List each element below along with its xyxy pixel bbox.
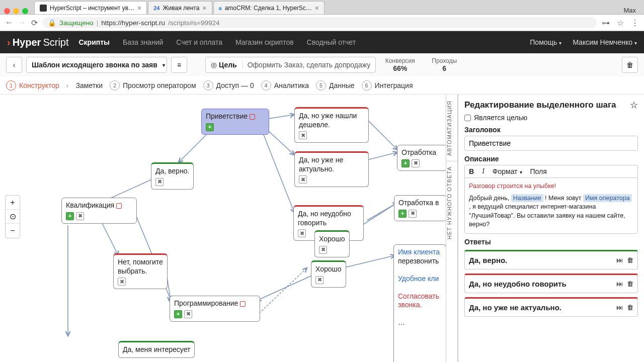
field-tag-operator[interactable]: Имя оператора [583, 194, 632, 202]
add-icon[interactable]: + [401, 159, 410, 167]
remove-icon[interactable]: ✖ [299, 175, 307, 184]
skip-icon[interactable]: ⏭ [616, 256, 623, 264]
chrome-profile[interactable]: Max [623, 7, 640, 14]
trash-icon[interactable]: 🗑 [627, 280, 633, 288]
add-icon[interactable]: + [66, 212, 74, 220]
vtab-no-answer[interactable]: НЕТ НУЖНОГО ОТВЕТА [446, 166, 457, 239]
node-cheaper[interactable]: Да, но уже нашли дешевле.✖ [294, 107, 369, 143]
window-max-icon[interactable] [22, 8, 28, 14]
back-button[interactable]: ‹ [6, 57, 22, 73]
node-help-choose[interactable]: Нет, помогите выбрать.✖ [113, 253, 168, 289]
skip-icon[interactable]: ⏭ [616, 280, 623, 288]
remove-icon[interactable]: ✖ [118, 278, 126, 286]
nav-report[interactable]: Сводный отчет [307, 38, 356, 46]
node-interested[interactable]: Да, меня интересует [118, 341, 195, 358]
node-good-1[interactable]: Хорошо✖ [314, 230, 350, 257]
add-icon[interactable]: + [398, 210, 407, 218]
tab-close-icon[interactable]: × [315, 4, 319, 12]
goal-box[interactable]: ◎Цель Оформить Заказ, сделать допродажу [205, 57, 376, 73]
nav-reload-icon[interactable]: ⟳ [31, 18, 38, 28]
browser-tab-0[interactable]: HyperScript – инструмент ув…× [34, 1, 147, 14]
format-dropdown[interactable]: Формат [493, 167, 522, 175]
vertical-tabs: АВТОМАТИЗАЦИЯ НЕТ НУЖНОГО ОТВЕТА [446, 95, 458, 362]
step-integration[interactable]: 6Интеграция [362, 80, 413, 90]
node-greeting[interactable]: Приветствие+ [201, 109, 269, 135]
nav-kb[interactable]: База знаний [123, 38, 163, 46]
node-peek-panel[interactable]: Имя клиента перезвонить Удобное кли Согл… [393, 244, 446, 362]
field-tag-name[interactable]: Название [511, 194, 543, 202]
peek-agree: Согласовать [398, 292, 439, 300]
fields-button[interactable]: Поля [530, 167, 547, 175]
step-analytics[interactable]: 4Аналитика [261, 80, 309, 90]
editor-body[interactable]: Разговор строится на улыбке! Добрый день… [464, 177, 638, 234]
link-client-name[interactable]: Имя клиента [398, 248, 440, 256]
canvas[interactable]: + ⊙ − Приветствие+ Да, верно.✖ Да, но уж… [0, 95, 446, 362]
help-menu[interactable]: Помощь [530, 38, 561, 46]
remove-icon[interactable]: ✖ [412, 159, 420, 167]
nav-store[interactable]: Магазин скриптов [235, 38, 294, 46]
step-preview[interactable]: 2Просмотр оператором [110, 80, 196, 90]
skip-icon[interactable]: ⏭ [616, 304, 623, 311]
tab-close-icon[interactable]: × [202, 4, 206, 12]
trash-icon[interactable]: 🗑 [627, 304, 633, 311]
target-icon: ◎ [211, 61, 217, 69]
address-bar[interactable]: 🔒 Защищено | https://hyper-script.ru/scr… [43, 17, 597, 28]
browser-tab-2[interactable]: aamoCRM: Сделка 1, HyperSc…× [213, 1, 325, 14]
zoom-in-button[interactable]: + [6, 196, 20, 210]
menu-icon[interactable]: ⋮ [631, 18, 639, 28]
remove-icon[interactable]: ✖ [409, 210, 417, 218]
hamburger-button[interactable]: ≡ [171, 57, 187, 73]
star-icon[interactable]: ☆ [630, 100, 638, 111]
user-menu[interactable]: Максим Немченко [573, 38, 637, 46]
remove-icon[interactable]: ✖ [76, 212, 84, 220]
step-constructor[interactable]: 1Конструктор [6, 80, 59, 90]
step-data[interactable]: 5Данные [316, 80, 355, 90]
step-notes[interactable]: Заметки [76, 81, 103, 89]
star-icon[interactable]: ☆ [617, 18, 624, 28]
remove-icon[interactable]: ✖ [155, 178, 164, 186]
remove-icon[interactable]: ✖ [298, 229, 306, 237]
node-yes-correct[interactable]: Да, верно.✖ [151, 162, 194, 190]
step-access[interactable]: 3Доступ — 0 [203, 80, 254, 90]
add-icon[interactable]: + [206, 123, 214, 131]
italic-button[interactable]: I [482, 167, 485, 175]
tab-close-icon[interactable]: × [137, 4, 141, 12]
header-input[interactable] [464, 136, 638, 151]
tab-label: amoCRM: Сделка 1, HyperSc… [225, 5, 312, 12]
node-handling-2[interactable]: Отработка в+✖ [394, 195, 446, 221]
add-icon[interactable]: + [174, 310, 182, 318]
delete-button[interactable]: 🗑 [622, 57, 638, 73]
marker-icon [116, 203, 122, 209]
node-programming[interactable]: Программирование+✖ [170, 296, 260, 322]
node-good-2[interactable]: Хорошо✖ [311, 260, 346, 288]
remove-icon[interactable]: ✖ [299, 131, 307, 139]
nav-billing[interactable]: Счет и оплата [176, 38, 222, 46]
browser-tab-1[interactable]: 24Живая лента× [148, 1, 212, 14]
node-not-actual[interactable]: Да, но уже не актуально.✖ [294, 151, 369, 187]
url-host: https://hyper-script.ru [101, 19, 165, 27]
node-handling-1[interactable]: Отработка+✖ [397, 145, 446, 171]
node-qualification[interactable]: Квалификация+✖ [61, 198, 137, 224]
answer-item-1[interactable]: Да, но неудобно говорить⏭🗑 [464, 274, 638, 293]
nav-back-icon[interactable]: ← [5, 18, 13, 27]
goal-text: Оформить Заказ, сделать допродажу [243, 61, 371, 69]
answer-item-0[interactable]: Да, верно.⏭🗑 [464, 250, 638, 269]
remove-icon[interactable]: ✖ [184, 310, 192, 318]
app-logo[interactable]: ›HyperScript [7, 37, 69, 48]
answer-item-2[interactable]: Да, но уже не актуально.⏭🗑 [464, 297, 638, 317]
window-close-icon[interactable] [4, 8, 10, 14]
trash-icon[interactable]: 🗑 [627, 256, 633, 264]
key-icon[interactable]: ⊶ [602, 18, 610, 28]
remove-icon[interactable]: ✖ [315, 276, 324, 284]
remove-icon[interactable]: ✖ [319, 246, 327, 254]
zoom-out-button[interactable]: − [6, 224, 20, 238]
zoom-reset-button[interactable]: ⊙ [6, 210, 20, 224]
nav-scripts[interactable]: Скрипты [79, 38, 110, 46]
window-min-icon[interactable] [13, 8, 19, 14]
link-convenient[interactable]: Удобное кли [398, 275, 439, 283]
vtab-automation[interactable]: АВТОМАТИЗАЦИЯ [446, 101, 457, 156]
bold-button[interactable]: B [469, 167, 474, 175]
template-dropdown[interactable]: Шаблон исходящего звонка по заяв [26, 57, 167, 73]
is-goal-checkbox[interactable] [464, 115, 471, 121]
goal-label: Цель [219, 61, 237, 69]
